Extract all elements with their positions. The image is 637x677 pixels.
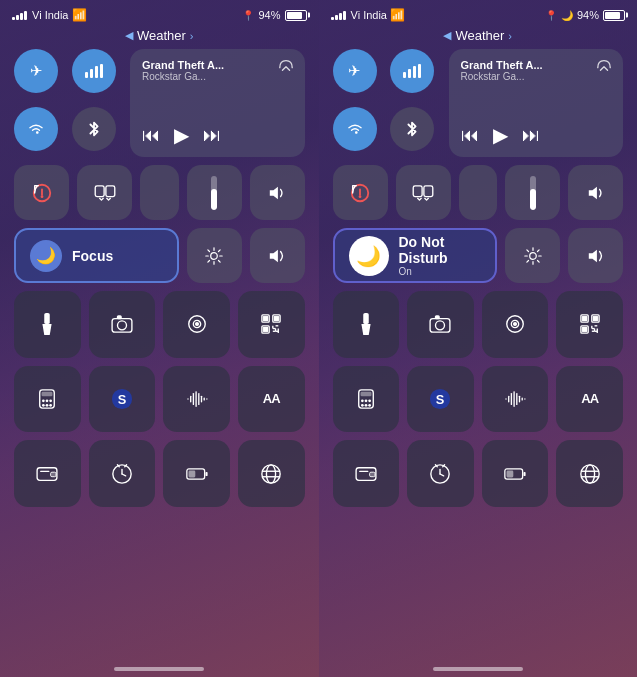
textsize-label-left: AA [263, 391, 280, 406]
wifi-icon-left: 📶 [72, 8, 87, 22]
bluetooth-toggle-left[interactable] [72, 107, 116, 151]
rotation-lock-left[interactable] [14, 165, 69, 220]
globe-left[interactable] [238, 440, 305, 507]
textsize-left[interactable]: AA [238, 366, 305, 433]
shazam-right[interactable]: S [407, 366, 474, 433]
wifi-toggle-right[interactable] [333, 107, 377, 151]
svg-point-90 [436, 321, 445, 330]
svg-point-75 [359, 195, 362, 198]
svg-text:S: S [436, 392, 445, 407]
target-right[interactable] [482, 291, 549, 358]
textsize-label-right: AA [581, 391, 598, 406]
battery-right[interactable] [482, 440, 549, 507]
wallet-right[interactable] [333, 440, 400, 507]
next-btn-right[interactable]: ⏭ [522, 125, 540, 146]
svg-line-86 [537, 249, 539, 251]
focus-btn-left[interactable]: 🌙 Focus [14, 228, 179, 283]
battery-left[interactable] [163, 440, 230, 507]
volume-left[interactable] [250, 165, 305, 220]
airplane-toggle-right[interactable]: ✈ [333, 49, 377, 93]
battery-fill-left [287, 12, 302, 19]
svg-point-111 [364, 399, 367, 402]
play-btn-right[interactable]: ▶ [493, 123, 508, 147]
cellular-toggle-left[interactable] [72, 49, 116, 93]
svg-rect-65 [205, 471, 207, 475]
moon-icon-right: 🌙 [561, 10, 573, 21]
location-icon-left: 📍 [242, 10, 254, 21]
brightness-track-left [211, 176, 217, 210]
volume-right[interactable] [568, 165, 623, 220]
svg-rect-64 [188, 470, 195, 477]
flashlight-right[interactable] [333, 291, 400, 358]
brightness-right[interactable] [505, 165, 560, 220]
media-card-left: Grand Theft A... Rockstar Ga... ⏮ ▶ ⏭ [130, 49, 305, 157]
qr-left[interactable] [238, 291, 305, 358]
soundwave-left[interactable] [163, 366, 230, 433]
calculator-right[interactable] [333, 366, 400, 433]
battery-pct-left: 94% [258, 9, 280, 21]
play-btn-left[interactable]: ▶ [174, 123, 189, 147]
brightness2-left[interactable] [187, 228, 242, 283]
svg-marker-18 [43, 324, 52, 335]
prev-btn-left[interactable]: ⏮ [142, 125, 160, 146]
svg-point-137 [585, 464, 594, 482]
next-btn-left[interactable]: ⏭ [203, 125, 221, 146]
dnd-btn-right[interactable]: 🌙 Do Not Disturb On [333, 228, 498, 283]
shazam-left[interactable]: S [89, 366, 156, 433]
airplane-toggle-left[interactable]: ✈ [14, 49, 58, 93]
calculator-left[interactable] [14, 366, 81, 433]
cellular-toggle-right[interactable] [390, 49, 434, 93]
bar3 [20, 13, 23, 20]
rbar4 [343, 11, 346, 20]
rotation-lock-right[interactable] [333, 165, 388, 220]
prev-btn-right[interactable]: ⏮ [461, 125, 479, 146]
wallet-left[interactable] [14, 440, 81, 507]
nav-title-left: Weather [137, 28, 186, 43]
svg-rect-73 [418, 64, 421, 78]
qr-right[interactable] [556, 291, 623, 358]
status-right-left: 📍 94% [242, 9, 306, 21]
rbar2 [335, 15, 338, 20]
svg-rect-127 [369, 472, 374, 477]
status-right-right: 📍 🌙 94% [545, 9, 625, 21]
bluetooth-toggle-right[interactable] [390, 107, 434, 151]
svg-line-130 [440, 474, 444, 476]
nav-title-right: Weather [455, 28, 504, 43]
svg-rect-30 [264, 328, 268, 332]
screen-mirror-left[interactable] [77, 165, 132, 220]
svg-rect-28 [275, 317, 279, 321]
globe-right[interactable] [556, 440, 623, 507]
media-controls-right: ⏮ ▶ ⏭ [461, 123, 612, 147]
svg-point-8 [211, 252, 218, 259]
second-row-left [14, 165, 305, 220]
airplay-icon-right[interactable] [595, 57, 613, 77]
volume2-left[interactable] [250, 228, 305, 283]
svg-line-16 [219, 249, 221, 251]
svg-rect-91 [436, 316, 440, 319]
battery-pct-right: 94% [577, 9, 599, 21]
svg-rect-70 [403, 72, 406, 78]
target-left[interactable] [163, 291, 230, 358]
screen-mirror-right[interactable] [396, 165, 451, 220]
textsize-right[interactable]: AA [556, 366, 623, 433]
brightness2-right[interactable] [505, 228, 560, 283]
wifi-toggle-left[interactable] [14, 107, 58, 151]
clock-right[interactable] [407, 440, 474, 507]
svg-line-84 [537, 260, 539, 262]
flashlight-left[interactable] [14, 291, 81, 358]
media-sub-left: Rockstar Ga... [142, 71, 293, 82]
soundwave-right[interactable] [482, 366, 549, 433]
clock-left[interactable] [89, 440, 156, 507]
top-row-right: ✈ Grand Theft [333, 49, 624, 157]
svg-point-43 [42, 404, 45, 407]
svg-point-110 [361, 399, 364, 402]
volume2-right[interactable] [568, 228, 623, 283]
status-bar-left: Vi India 📶 📍 94% [0, 0, 319, 26]
left-panel: Vi India 📶 📍 94% ◀ Weather › ✈ [0, 0, 319, 677]
battery-icon-left [285, 10, 307, 21]
airplay-icon-left[interactable] [277, 57, 295, 77]
rbar1 [331, 17, 334, 20]
camera-left[interactable] [89, 291, 156, 358]
camera-right[interactable] [407, 291, 474, 358]
brightness-left[interactable] [187, 165, 242, 220]
